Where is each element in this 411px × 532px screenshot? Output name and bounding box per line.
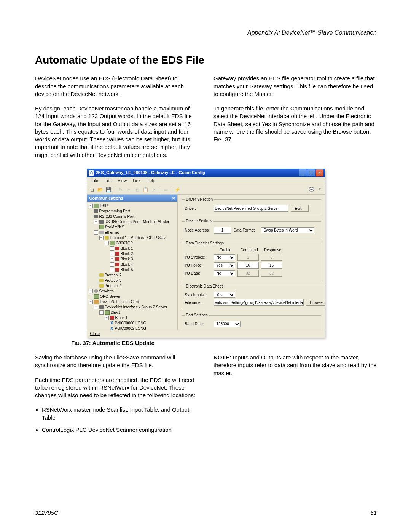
hdr-enable: Enable	[214, 248, 237, 253]
hdr-response: Response	[261, 248, 285, 253]
copy-icon[interactable]: ⎘	[134, 186, 141, 193]
io-polled-cmd[interactable]	[237, 262, 259, 269]
data-format-select[interactable]: Swap Bytes in Word	[261, 227, 314, 233]
block-icon	[110, 316, 114, 320]
driver-label: Driver:	[185, 206, 212, 211]
footer-page-num: 51	[370, 509, 377, 517]
app-window: 2KS_Gateway_LE_080108 - Gateway LE - Gra…	[87, 169, 325, 338]
device-icon	[105, 310, 110, 315]
tree-view[interactable]: −DSP Programming Port RS-232 Comms Port …	[87, 202, 177, 330]
bullet-1: RSNetWorx master node Scanlist, Input Ta…	[42, 406, 198, 422]
io-strobed-enable[interactable]: No	[214, 254, 235, 260]
bullet-2: ControlLogix PLC DeviceNet Scanner confi…	[42, 426, 198, 434]
services-icon	[94, 289, 98, 293]
driver-field[interactable]	[214, 205, 288, 212]
delete-icon[interactable]: ✕	[151, 186, 158, 193]
protocol-icon	[105, 236, 109, 240]
minimize-button[interactable]: _	[299, 169, 307, 176]
statusbar: Close	[87, 330, 325, 338]
protocol-icon	[99, 273, 104, 277]
port-icon	[99, 220, 104, 224]
menu-help[interactable]: Help	[143, 177, 158, 184]
io-polled-enable[interactable]: Yes	[214, 262, 235, 268]
driver-selection-group: Driver Selection Driver: Edit...	[182, 197, 321, 217]
menu-view[interactable]: View	[115, 177, 130, 184]
cut-icon[interactable]: ✂	[126, 186, 132, 193]
io-strobed-label: I/O Strobed:	[185, 255, 212, 260]
io-data-label: I/O Data:	[185, 271, 212, 276]
port-settings-group: Port Settings Baud Rate: 125000	[182, 313, 321, 330]
intro-left-p1: DeviceNet nodes use an EDS (Electronic D…	[35, 75, 198, 98]
block-icon	[115, 263, 119, 266]
fig-caption: FIG. 37: Automatic EDS Update	[71, 339, 377, 347]
port-icon	[99, 305, 104, 309]
sync-select[interactable]: Yes	[214, 292, 235, 298]
edit-icon[interactable]: ✎	[117, 186, 124, 193]
intro-right-p2: To generate this file, enter the Communi…	[213, 105, 377, 143]
port-icon	[94, 209, 98, 213]
after-right-note: NOTE: Inputs and Outputs are with respec…	[213, 354, 377, 377]
pane-close-icon[interactable]: ✕	[172, 196, 175, 201]
tag-icon: X	[110, 321, 114, 326]
node-address-label: Node Address:	[185, 228, 212, 233]
paste-icon[interactable]: 📋	[142, 186, 149, 193]
pane-title: Communications ✕	[87, 195, 177, 202]
titlebar-text: 2KS_Gateway_LE_080108 - Gateway LE - Gra…	[96, 170, 299, 176]
io-data-enable[interactable]: No	[214, 270, 235, 276]
filename-field[interactable]	[214, 299, 304, 306]
device-icon	[99, 225, 104, 229]
data-transfer-group: Data Transfer Settings Enable Command Re…	[182, 241, 321, 281]
app-icon	[89, 170, 94, 176]
form-pane: Driver Selection Driver: Edit... Device …	[178, 195, 325, 330]
baud-select[interactable]: 125000	[214, 321, 241, 327]
help-icon[interactable]: 💬	[308, 186, 315, 193]
edit-button[interactable]: Edit...	[291, 205, 309, 212]
footer-doc-id: 312785C	[35, 509, 58, 517]
open-icon[interactable]: 📂	[97, 186, 104, 193]
window-icon[interactable]: ▭	[162, 186, 169, 193]
maximize-button[interactable]: □	[307, 169, 315, 176]
save-icon[interactable]: 💾	[105, 186, 112, 193]
close-button[interactable]: ×	[316, 169, 323, 176]
io-data-cmd	[237, 270, 259, 277]
device-icon	[110, 241, 115, 245]
baud-label: Baud Rate:	[185, 321, 212, 327]
filename-label: Filename:	[185, 300, 212, 305]
node-address-field[interactable]	[214, 227, 231, 234]
after-left-p2: Each time EDS parameters are modified, t…	[35, 376, 198, 399]
block-icon	[115, 268, 119, 272]
block-icon	[115, 252, 119, 256]
menu-file[interactable]: File	[89, 177, 102, 184]
tag-icon: X	[110, 326, 114, 330]
appendix-header: Appendix A: DeviceNet™ Slave Communicati…	[35, 29, 377, 37]
io-polled-resp[interactable]	[261, 262, 282, 269]
eds-group: Electronic Data Sheet Synchronise: Yes F…	[182, 284, 325, 311]
status-close-link[interactable]: Close	[87, 331, 103, 337]
hdr-command: Command	[237, 248, 261, 253]
menubar: File Edit View Link Help	[87, 177, 325, 185]
io-strobed-cmd	[237, 254, 259, 261]
io-strobed-resp	[261, 254, 282, 261]
ethernet-icon	[99, 231, 104, 234]
lightning-icon[interactable]: ⚡	[174, 186, 181, 193]
block-icon	[115, 257, 119, 261]
menu-link[interactable]: Link	[130, 177, 143, 184]
toolbar: ◻ 📂 💾 ✎ ✂ ⎘ 📋 ✕ ▭ ⚡ 💬 ▼	[87, 185, 325, 195]
dropdown-icon[interactable]: ▼	[317, 186, 323, 193]
browse-button[interactable]: Browse...	[306, 299, 325, 306]
sync-label: Synchronise:	[185, 292, 212, 298]
protocol-icon	[99, 284, 104, 288]
io-data-resp	[261, 270, 282, 277]
new-icon[interactable]: ◻	[89, 186, 96, 193]
menu-edit[interactable]: Edit	[101, 177, 115, 184]
device-settings-group: Device Settings Node Address: Data Forma…	[182, 219, 321, 238]
intro-right-p1: Gateway provides an EDS file generator t…	[213, 75, 377, 98]
protocol-icon	[99, 279, 104, 282]
opc-icon	[94, 294, 99, 299]
after-left-p1: Saving the database using the File>Save …	[35, 354, 198, 369]
data-format-label: Data Format:	[234, 228, 259, 233]
card-icon	[94, 300, 99, 304]
block-icon	[115, 247, 119, 250]
titlebar[interactable]: 2KS_Gateway_LE_080108 - Gateway LE - Gra…	[87, 169, 325, 177]
intro-left-p2: By design, each DeviceNet master can han…	[35, 105, 198, 159]
